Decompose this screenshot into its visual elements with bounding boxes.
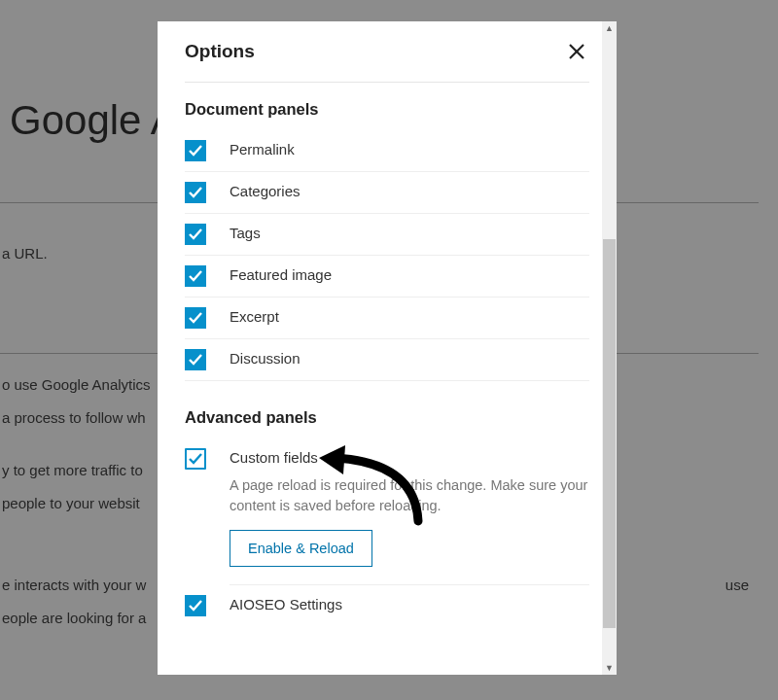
option-aioseo-settings[interactable]: AIOSEO Settings — [185, 585, 589, 626]
scroll-up-icon[interactable]: ▲ — [602, 21, 617, 35]
check-icon — [187, 267, 204, 285]
option-label: Permalink — [230, 140, 295, 158]
option-discussion[interactable]: Discussion — [185, 339, 589, 381]
check-icon — [187, 226, 204, 243]
option-label: Discussion — [230, 349, 301, 367]
checkbox-tags[interactable] — [185, 224, 206, 245]
option-label: Excerpt — [230, 307, 279, 325]
option-categories[interactable]: Categories — [185, 172, 589, 214]
options-modal: Options Document panels Permalink — [158, 21, 617, 675]
custom-fields-hint: A page reload is required for this chang… — [230, 475, 589, 516]
option-label: Tags — [230, 224, 261, 241]
scrollbar[interactable]: ▲ ▼ — [602, 21, 617, 675]
check-icon — [187, 450, 204, 468]
checkbox-featured-image[interactable] — [185, 265, 206, 287]
modal-title: Options — [185, 41, 255, 62]
option-excerpt[interactable]: Excerpt — [185, 298, 589, 339]
option-label: Featured image — [230, 265, 332, 283]
section-title-document-panels: Document panels — [185, 100, 589, 119]
option-featured-image[interactable]: Featured image — [185, 256, 589, 298]
checkbox-excerpt[interactable] — [185, 307, 206, 329]
option-label: Custom fields — [230, 448, 318, 466]
option-label: Categories — [230, 182, 301, 199]
checkbox-aioseo-settings[interactable] — [185, 595, 206, 616]
option-permalink[interactable]: Permalink — [185, 130, 589, 172]
enable-reload-button[interactable]: Enable & Reload — [230, 530, 372, 567]
checkbox-discussion[interactable] — [185, 349, 206, 370]
check-icon — [187, 351, 204, 368]
option-label: AIOSEO Settings — [230, 595, 342, 612]
check-icon — [187, 142, 204, 159]
checkbox-categories[interactable] — [185, 182, 206, 203]
close-icon — [566, 41, 587, 62]
check-icon — [187, 184, 204, 201]
section-title-advanced-panels: Advanced panels — [185, 408, 589, 427]
scrollbar-track[interactable] — [602, 35, 617, 661]
option-custom-fields[interactable]: Custom fields — [185, 438, 589, 470]
option-tags[interactable]: Tags — [185, 214, 589, 256]
check-icon — [187, 597, 204, 614]
close-button[interactable] — [564, 39, 589, 64]
scroll-down-icon[interactable]: ▼ — [602, 661, 617, 675]
checkbox-permalink[interactable] — [185, 140, 206, 161]
check-icon — [187, 309, 204, 327]
checkbox-custom-fields[interactable] — [185, 448, 206, 470]
scrollbar-thumb[interactable] — [603, 239, 616, 628]
